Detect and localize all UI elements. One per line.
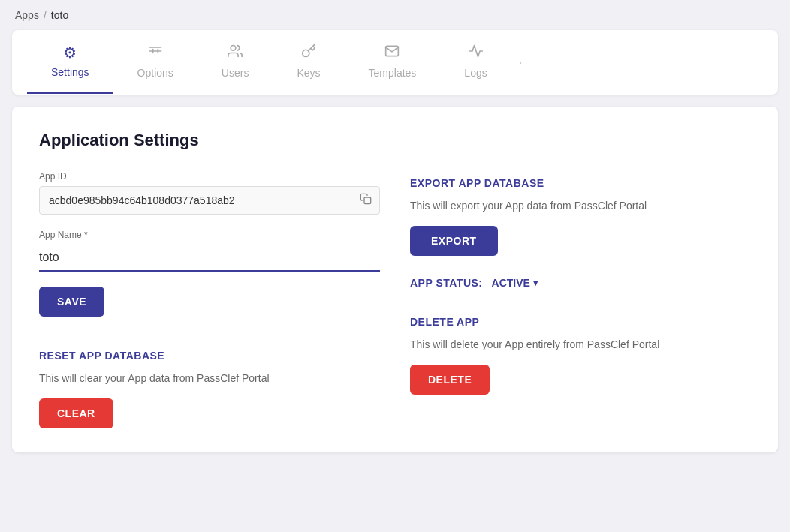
export-section-title: EXPORT APP DATABASE <box>410 177 751 189</box>
app-id-field: App ID <box>39 171 380 215</box>
svg-rect-5 <box>364 197 371 204</box>
app-name-label: App Name * <box>39 230 380 240</box>
save-button[interactable]: SAVE <box>39 287 104 317</box>
breadcrumb-separator: / <box>44 9 47 21</box>
logs-icon <box>469 44 484 61</box>
chevron-down-icon: ▾ <box>533 278 538 288</box>
tab-settings[interactable]: ⚙ Settings <box>27 32 113 94</box>
tab-logs-label: Logs <box>464 67 487 79</box>
app-status-value: ACTIVE <box>492 277 530 289</box>
breadcrumb-current: toto <box>51 9 68 21</box>
breadcrumb: Apps / toto <box>0 0 790 30</box>
templates-icon <box>384 44 400 61</box>
reset-section-title: RESET APP DATABASE <box>39 350 380 362</box>
export-section-desc: This will export your App data from Pass… <box>410 198 751 214</box>
delete-button[interactable]: DELETE <box>410 365 490 395</box>
users-icon <box>228 44 243 61</box>
app-status-label: APP STATUS: <box>410 277 483 289</box>
tab-users[interactable]: Users <box>198 30 273 95</box>
export-section: EXPORT APP DATABASE This will export you… <box>410 171 751 256</box>
tab-bar: ⚙ Settings Options <box>12 30 778 95</box>
app-status-dropdown[interactable]: ACTIVE ▾ <box>492 277 538 289</box>
page-title: Application Settings <box>39 131 751 150</box>
app-name-input[interactable] <box>39 245 380 272</box>
reset-section-desc: This will clear your App data from PassC… <box>39 371 380 386</box>
tab-options-label: Options <box>137 67 173 79</box>
tab-templates-label: Templates <box>369 67 417 79</box>
delete-section-desc: This will delete your App entirely from … <box>410 337 751 353</box>
copy-icon[interactable] <box>352 187 379 214</box>
reset-section: RESET APP DATABASE This will clear your … <box>39 344 380 428</box>
tab-keys-label: Keys <box>297 67 320 79</box>
keys-icon <box>301 44 316 61</box>
tab-keys[interactable]: Keys <box>273 30 344 95</box>
tab-users-label: Users <box>222 67 249 79</box>
delete-section: DELETE APP This will delete your App ent… <box>410 310 751 395</box>
delete-section-title: DELETE APP <box>410 316 751 328</box>
tab-settings-label: Settings <box>51 66 89 78</box>
app-name-field: App Name * <box>39 230 380 272</box>
tab-logs[interactable]: Logs <box>440 30 511 95</box>
export-button[interactable]: EXPORT <box>410 226 498 256</box>
more-icon: · <box>511 41 530 84</box>
left-column: App ID App Name * SAVE <box>39 171 380 428</box>
app-id-input[interactable] <box>40 187 352 214</box>
svg-point-4 <box>231 46 236 51</box>
tab-templates[interactable]: Templates <box>345 30 441 95</box>
clear-button[interactable]: CLEAR <box>39 398 113 428</box>
app-status-row: APP STATUS: ACTIVE ▾ <box>410 277 751 289</box>
options-icon <box>148 44 163 61</box>
app-id-label: App ID <box>39 171 380 182</box>
settings-icon: ⚙ <box>63 45 77 60</box>
main-content-card: Application Settings App ID <box>12 107 778 452</box>
app-id-input-wrapper <box>39 186 380 215</box>
right-column: EXPORT APP DATABASE This will export you… <box>410 171 751 428</box>
tab-options[interactable]: Options <box>113 30 198 95</box>
breadcrumb-apps-link[interactable]: Apps <box>15 9 39 21</box>
